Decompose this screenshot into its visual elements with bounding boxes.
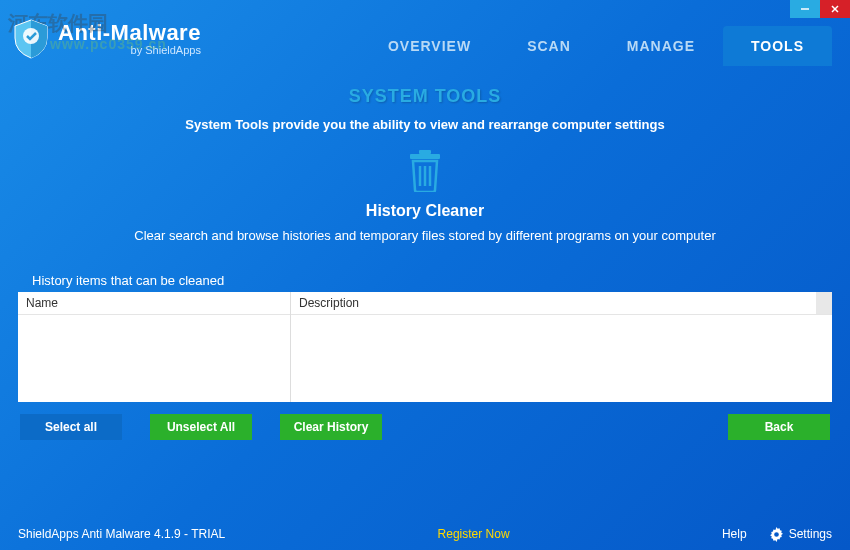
logo-area: 河东软件园 www.pc0359.cn Anti-Malware by Shie… <box>10 18 201 60</box>
register-link[interactable]: Register Now <box>438 527 510 541</box>
svg-rect-5 <box>410 154 440 159</box>
gear-icon <box>769 527 784 542</box>
main-content: SYSTEM TOOLS System Tools provide you th… <box>0 86 850 440</box>
column-header-name[interactable]: Name <box>18 292 290 315</box>
footer: ShieldApps Anti Malware 4.1.9 - TRIAL Re… <box>0 518 850 550</box>
clear-history-button[interactable]: Clear History <box>280 414 382 440</box>
settings-link[interactable]: Settings <box>769 527 832 542</box>
tool-description: Clear search and browse histories and te… <box>18 228 832 243</box>
brand-title: Anti-Malware <box>58 20 201 46</box>
section-description: System Tools provide you the ability to … <box>18 117 832 132</box>
minimize-button[interactable] <box>790 0 820 18</box>
tool-title: History Cleaner <box>18 202 832 220</box>
titlebar <box>0 0 850 18</box>
scrollbar[interactable] <box>816 292 832 314</box>
column-header-description[interactable]: Description <box>291 292 832 315</box>
back-button[interactable]: Back <box>728 414 830 440</box>
list-label: History items that can be cleaned <box>32 273 832 288</box>
unselect-all-button[interactable]: Unselect All <box>150 414 252 440</box>
select-all-button[interactable]: Select all <box>20 414 122 440</box>
shield-logo-icon <box>10 18 52 60</box>
tab-manage[interactable]: MANAGE <box>599 26 723 66</box>
svg-rect-4 <box>419 150 431 154</box>
tab-scan[interactable]: SCAN <box>499 26 599 66</box>
history-table[interactable]: Name Description <box>18 292 832 402</box>
close-button[interactable] <box>820 0 850 18</box>
header: 河东软件园 www.pc0359.cn Anti-Malware by Shie… <box>0 18 850 78</box>
button-row: Select all Unselect All Clear History Ba… <box>18 414 832 440</box>
svg-point-3 <box>23 28 39 44</box>
settings-label: Settings <box>789 527 832 541</box>
tab-overview[interactable]: OVERVIEW <box>360 26 499 66</box>
help-link[interactable]: Help <box>722 527 747 541</box>
section-title: SYSTEM TOOLS <box>18 86 832 107</box>
trash-icon <box>18 150 832 192</box>
version-text: ShieldApps Anti Malware 4.1.9 - TRIAL <box>18 527 225 541</box>
nav-tabs: OVERVIEW SCAN MANAGE TOOLS <box>201 26 850 66</box>
tab-tools[interactable]: TOOLS <box>723 26 832 66</box>
